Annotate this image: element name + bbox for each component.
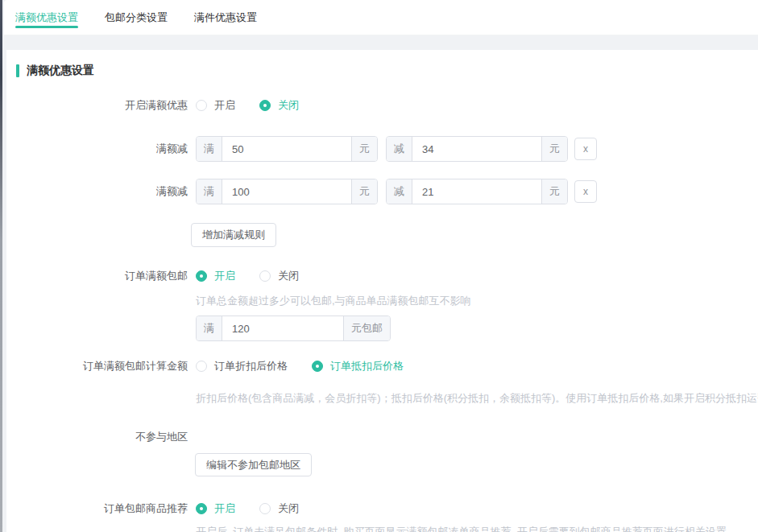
radio-circle-icon [312, 361, 323, 372]
section-title: 满额优惠设置 [27, 64, 94, 78]
form-row-rule-1: 满额减 满 元 减 元 x [6, 136, 758, 162]
radio-circle-icon [196, 503, 207, 514]
radio-label: 开启 [214, 269, 235, 283]
form-row-free-shipping-amount: 满 元包邮 [6, 315, 758, 341]
section-header: 满额优惠设置 [16, 64, 94, 78]
radio-enable-off[interactable]: 关闭 [259, 98, 299, 113]
remove-rule-button[interactable]: x [574, 180, 597, 203]
radio-circle-icon [196, 100, 207, 111]
threshold-input-group: 满 元 [196, 136, 378, 162]
field-label: 订单满额包邮计算金额 [6, 359, 188, 373]
radio-free-shipping-on[interactable]: 开启 [196, 269, 235, 283]
field-label: 不参与地区 [6, 430, 188, 444]
field-label: 满额减 [6, 142, 188, 156]
radio-circle-icon [259, 100, 271, 111]
field-label: 订单包邮商品推荐 [6, 501, 188, 516]
field-label: 订单满额包邮 [6, 269, 188, 283]
suffix-yuan: 元 [541, 179, 567, 204]
form-row-order-free-shipping: 订单满额包邮 开启 关闭 [6, 263, 758, 289]
discount-input-group: 减 元 [386, 136, 568, 162]
free-shipping-help-text: 订单总金额超过多少可以包邮,与商品单品满额包邮互不影响 [196, 294, 758, 308]
rule2-discount-input[interactable] [412, 179, 541, 204]
form-row-enable-discount: 开启满额优惠 开启 关闭 [6, 93, 758, 118]
rule2-threshold-input[interactable] [222, 179, 351, 204]
field-label: 满额减 [6, 184, 188, 199]
tab-label: 满件优惠设置 [194, 10, 257, 25]
page: 满额优惠设置 包邮分类设置 满件优惠设置 满额优惠设置 开启满额优惠 开启 [0, 0, 758, 532]
radio-circle-icon [196, 270, 207, 282]
radio-label: 关闭 [278, 98, 299, 113]
radio-label: 开启 [214, 98, 235, 113]
prefix-full: 满 [197, 137, 222, 161]
radio-discounted-price[interactable]: 订单折扣后价格 [196, 359, 288, 373]
discount-input-group: 减 元 [386, 179, 568, 204]
tab-label: 包邮分类设置 [105, 10, 168, 25]
radio-label: 开启 [214, 501, 235, 516]
suffix-yuan: 元 [351, 137, 377, 161]
prefix-full: 满 [197, 179, 222, 204]
form-row-calc-amount: 订单满额包邮计算金额 订单折扣后价格 订单抵扣后价格 [6, 353, 758, 379]
radio-label: 订单折扣后价格 [214, 359, 288, 373]
radio-deducted-price[interactable]: 订单抵扣后价格 [312, 359, 404, 373]
radio-recommend-off[interactable]: 关闭 [259, 501, 299, 516]
rule1-discount-input[interactable] [412, 137, 541, 161]
prefix-full: 满 [197, 316, 222, 340]
radio-label: 订单抵扣后价格 [330, 359, 404, 373]
threshold-input-group: 满 元 [196, 179, 378, 204]
suffix-yuan-free-shipping: 元包邮 [343, 316, 390, 340]
suffix-yuan: 元 [351, 179, 377, 204]
collapsed-sidebar-edge [0, 0, 2, 532]
tab-full-amount-discount[interactable]: 满额优惠设置 [15, 0, 78, 35]
edit-excluded-region-button[interactable]: 编辑不参加包邮地区 [195, 453, 312, 476]
tab-label: 满额优惠设置 [15, 10, 78, 25]
tab-full-quantity-discount[interactable]: 满件优惠设置 [194, 0, 257, 35]
form-row-recommend: 订单包邮商品推荐 开启 关闭 [6, 496, 758, 522]
form-row-excluded-region: 不参与地区 [6, 424, 758, 450]
radio-label: 关闭 [278, 269, 299, 283]
free-shipping-amount-group: 满 元包邮 [196, 315, 391, 341]
settings-tabbar: 满额优惠设置 包邮分类设置 满件优惠设置 [4, 0, 758, 35]
calc-amount-help-text: 折扣后价格(包含商品满减，会员折扣等)；抵扣后价格(积分抵扣，余额抵扣等)。使用… [196, 391, 758, 406]
add-rule-button[interactable]: 增加满减规则 [191, 223, 276, 247]
recommend-help-text-clipped: 开启后, 订单未满足包邮条件时, 购买页面显示满额包邮凑单商品推荐, 开启后需要… [196, 525, 758, 532]
tab-free-shipping-category[interactable]: 包邮分类设置 [105, 0, 168, 35]
prefix-minus: 减 [387, 137, 412, 161]
prefix-minus: 减 [387, 179, 412, 204]
form-row-rule-2: 满额减 满 元 减 元 x [6, 179, 758, 204]
radio-free-shipping-off[interactable]: 关闭 [259, 269, 299, 283]
free-shipping-amount-input[interactable] [222, 316, 343, 340]
settings-card: 满额优惠设置 开启满额优惠 开启 关闭 满额减 满 [6, 50, 758, 532]
rule1-threshold-input[interactable] [222, 137, 351, 161]
suffix-yuan: 元 [541, 137, 567, 161]
field-label: 开启满额优惠 [6, 98, 188, 113]
radio-circle-icon [196, 361, 207, 372]
radio-enable-on[interactable]: 开启 [196, 98, 235, 113]
remove-rule-button[interactable]: x [574, 138, 597, 160]
section-accent-bar [16, 64, 19, 77]
radio-circle-icon [259, 270, 271, 282]
radio-label: 关闭 [278, 501, 299, 516]
radio-recommend-on[interactable]: 开启 [196, 501, 235, 516]
radio-circle-icon [259, 503, 271, 514]
